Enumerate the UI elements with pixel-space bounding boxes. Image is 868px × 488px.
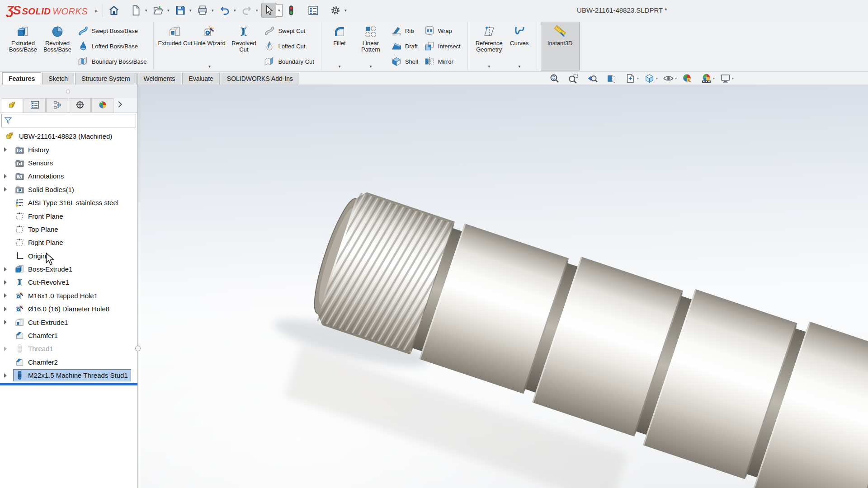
tree-item-sensors[interactable]: Sensors bbox=[0, 156, 137, 169]
section-view-button[interactable]: ▾ bbox=[605, 72, 623, 84]
tree-filter-input[interactable] bbox=[15, 115, 136, 126]
dropdown-arrow-icon[interactable]: ▾ bbox=[656, 76, 661, 80]
tab-weldments[interactable]: Weldments bbox=[137, 73, 182, 84]
rollback-bar[interactable] bbox=[0, 383, 137, 385]
revolved-cut-button[interactable]: Revolved Cut bbox=[226, 22, 261, 70]
shell-button[interactable]: Shell bbox=[389, 55, 420, 68]
dropdown-arrow-icon[interactable]: ▾ bbox=[488, 64, 490, 70]
dropdown-arrow-icon[interactable]: ▾ bbox=[232, 8, 238, 13]
tree-item-cut-extrude1[interactable]: Cut-Extrude1 bbox=[0, 315, 137, 328]
select-tool-button[interactable]: ▾ bbox=[262, 3, 282, 18]
dropdown-arrow-icon[interactable]: ▾ bbox=[732, 76, 737, 80]
expand-arrow-icon[interactable] bbox=[4, 280, 7, 285]
dropdown-arrow-icon[interactable]: ▾ bbox=[254, 8, 260, 13]
swept-boss-base-button[interactable]: Swept Boss/Base bbox=[75, 24, 148, 38]
draft-button[interactable]: Draft bbox=[389, 39, 420, 53]
expand-arrow-icon[interactable] bbox=[4, 320, 7, 324]
tree-item-chamfer1[interactable]: Chamfer1 bbox=[0, 329, 137, 342]
tree-item-cut-revolve1[interactable]: Cut-Revolve1 bbox=[0, 276, 137, 289]
tree-item-right-plane[interactable]: Right Plane bbox=[0, 236, 137, 249]
expand-arrow-icon[interactable] bbox=[4, 293, 7, 298]
dropdown-arrow-icon[interactable]: ▾ bbox=[370, 64, 372, 70]
apply-scene-button[interactable]: ▾ bbox=[700, 72, 718, 84]
tree-item-diameter-hole8[interactable]: Ø16.0 (16) Diameter Hole8 bbox=[0, 302, 137, 315]
wrap-button[interactable]: Wrap bbox=[422, 24, 462, 38]
properties-list-button[interactable]: ▾ bbox=[306, 3, 326, 18]
tree-item-root[interactable]: UBW-21161-48823 (Machined) bbox=[0, 130, 137, 143]
boundary-cut-button[interactable]: Boundary Cut bbox=[262, 55, 316, 68]
dropdown-arrow-icon[interactable]: ▾ bbox=[343, 8, 349, 13]
dropdown-arrow-icon[interactable]: ▾ bbox=[518, 64, 520, 70]
extruded-cut-button[interactable]: Extruded Cut bbox=[158, 22, 192, 70]
rib-button[interactable]: Rib bbox=[389, 24, 420, 38]
annotation-views-button[interactable]: ▾ bbox=[624, 72, 642, 84]
tree-item-solid-bodies[interactable]: Solid Bodies(1) bbox=[0, 183, 137, 196]
display-style-button[interactable]: ▾ bbox=[643, 72, 661, 84]
tree-item-top-plane[interactable]: Top Plane bbox=[0, 223, 137, 236]
boundary-boss-base-button[interactable]: Boundary Boss/Base bbox=[75, 55, 148, 68]
print-button[interactable]: ▾ bbox=[195, 3, 216, 18]
expand-arrow-icon[interactable] bbox=[4, 174, 7, 178]
expand-arrow-icon[interactable] bbox=[4, 267, 7, 272]
zoom-to-area-button[interactable]: ▾ bbox=[567, 72, 585, 84]
expand-arrow-icon[interactable] bbox=[4, 147, 7, 152]
panel-tab-configurationmanager[interactable] bbox=[46, 98, 68, 113]
tree-item-thread1[interactable]: Thread1 bbox=[0, 342, 137, 355]
fillet-button[interactable]: Fillet ▾ bbox=[326, 22, 354, 70]
edit-appearance-button[interactable]: ▾ bbox=[681, 72, 699, 84]
tree-item-origin[interactable]: Origin bbox=[0, 249, 137, 263]
mirror-button[interactable]: Mirror bbox=[422, 55, 462, 68]
lofted-boss-base-button[interactable]: Lofted Boss/Base bbox=[75, 39, 148, 53]
dropdown-arrow-icon[interactable]: ▾ bbox=[188, 8, 193, 13]
tab-sketch[interactable]: Sketch bbox=[42, 73, 74, 84]
panel-collapse-handle[interactable] bbox=[66, 89, 70, 94]
hide-show-items-button[interactable]: ▾ bbox=[662, 72, 680, 84]
options-button[interactable]: ▾ bbox=[328, 3, 349, 18]
previous-view-button[interactable]: ▾ bbox=[586, 72, 604, 84]
tree-item-front-plane[interactable]: Front Plane bbox=[0, 209, 137, 222]
graphics-area[interactable] bbox=[138, 84, 868, 488]
dropdown-arrow-icon[interactable]: ▾ bbox=[143, 8, 149, 13]
view-settings-button[interactable]: ▾ bbox=[719, 72, 737, 84]
stoplight-button[interactable]: ▾ bbox=[284, 3, 304, 18]
panel-tab-propertymanager[interactable] bbox=[24, 98, 46, 113]
panel-tab-displaymanager[interactable] bbox=[91, 98, 113, 113]
tree-item-chamfer2[interactable]: Chamfer2 bbox=[0, 356, 137, 369]
zoom-to-fit-button[interactable]: ▾ bbox=[548, 72, 566, 84]
expand-arrow-icon[interactable] bbox=[4, 307, 7, 311]
open-button[interactable]: ▾ bbox=[151, 3, 171, 18]
panel-tab-dimxpertmanager[interactable] bbox=[69, 98, 91, 113]
tree-item-machine-threads-stud1[interactable]: M22x1.5 Machine Threads Stud1 bbox=[0, 369, 137, 382]
dropdown-arrow-icon[interactable]: ▾ bbox=[713, 76, 718, 80]
tree-item-history[interactable]: History bbox=[0, 143, 137, 156]
swept-cut-button[interactable]: Swept Cut bbox=[262, 24, 316, 38]
tab-structure-system[interactable]: Structure System bbox=[75, 73, 136, 84]
panel-tab-expand[interactable] bbox=[114, 98, 126, 113]
tree-item-tapped-hole1[interactable]: M16x1.0 Tapped Hole1 bbox=[0, 289, 137, 302]
dropdown-arrow-icon[interactable]: ▾ bbox=[637, 76, 642, 80]
linear-pattern-button[interactable]: Linear Pattern ▾ bbox=[354, 22, 388, 70]
tree-item-annotations[interactable]: A Annotations bbox=[0, 169, 137, 183]
dropdown-arrow-icon[interactable]: ▾ bbox=[165, 8, 171, 13]
dropdown-arrow-icon[interactable]: ▾ bbox=[675, 76, 680, 80]
menu-flyout-arrow-icon[interactable]: ▸ bbox=[95, 7, 98, 14]
dropdown-arrow-icon[interactable]: ▾ bbox=[276, 5, 282, 16]
instant3d-button[interactable]: Instant3D bbox=[541, 22, 579, 70]
save-button[interactable]: ▾ bbox=[173, 3, 193, 18]
new-document-button[interactable]: ▾ bbox=[129, 3, 149, 18]
extruded-boss-base-button[interactable]: Extruded Boss/Base bbox=[6, 22, 40, 70]
redo-button[interactable]: ▾ bbox=[240, 3, 260, 18]
dropdown-arrow-icon[interactable]: ▾ bbox=[339, 64, 341, 70]
revolved-boss-base-button[interactable]: Revolved Boss/Base bbox=[40, 22, 75, 70]
reference-geometry-button[interactable]: Reference Geometry ▾ bbox=[472, 22, 506, 70]
panel-tab-featuremanager[interactable] bbox=[1, 98, 23, 113]
tab-solidworks-add-ins[interactable]: SOLIDWORKS Add-Ins bbox=[221, 73, 299, 84]
curves-button[interactable]: Curves ▾ bbox=[506, 22, 533, 70]
lofted-cut-button[interactable]: Lofted Cut bbox=[262, 39, 316, 53]
dropdown-arrow-icon[interactable]: ▾ bbox=[210, 8, 216, 13]
panel-splitter-handle[interactable] bbox=[135, 346, 141, 351]
intersect-button[interactable]: Intersect bbox=[422, 39, 462, 53]
expand-arrow-icon[interactable] bbox=[4, 373, 7, 378]
dropdown-arrow-icon[interactable]: ▾ bbox=[208, 64, 211, 70]
tree-item-material[interactable]: AISI Type 316L stainless steel bbox=[0, 196, 137, 209]
